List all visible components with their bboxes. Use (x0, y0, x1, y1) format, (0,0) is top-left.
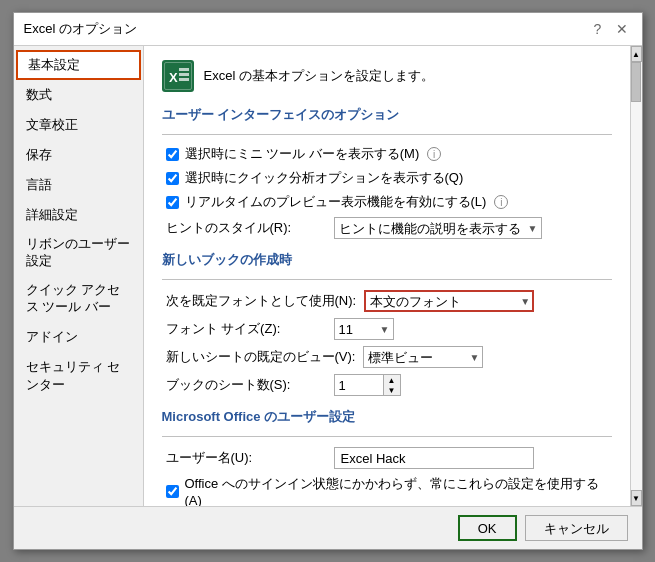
svg-rect-0 (164, 62, 192, 90)
view-select-wrapper: 標準ビュー ▼ (363, 346, 483, 368)
scroll-thumb[interactable] (631, 62, 641, 102)
new-book-divider (162, 279, 612, 280)
checkbox3-label: リアルタイムのプレビュー表示機能を有効にする(L) (185, 193, 487, 211)
view-row: 新しいシートの既定のビュー(V): 標準ビュー ▼ (162, 346, 612, 368)
checkbox1-label: 選択時にミニ ツール バーを表示する(M) (185, 145, 420, 163)
spin-up[interactable]: ▲ (384, 375, 400, 385)
ui-section-title: ユーザー インターフェイスのオプション (162, 106, 612, 124)
sidebar-item-hozon[interactable]: 保存 (14, 140, 143, 170)
ui-divider (162, 134, 612, 135)
checkbox-mini-toolbar[interactable] (166, 148, 179, 161)
sidebar-item-sushiki[interactable]: 数式 (14, 80, 143, 110)
spin-down[interactable]: ▼ (384, 385, 400, 395)
fontsize-label: フォント サイズ(Z): (166, 320, 326, 338)
hint-style-label: ヒントのスタイル(R): (166, 219, 326, 237)
dialog-body: 基本設定 数式 文章校正 保存 言語 詳細設定 リボンのユーザー設定 クイック … (14, 46, 642, 506)
font-row: 次を既定フォントとして使用(N): 本文のフォント ▼ (162, 290, 612, 312)
scroll-down-btn[interactable]: ▼ (631, 490, 642, 506)
scroll-up-btn[interactable]: ▲ (631, 46, 642, 62)
fontsize-select[interactable]: 11 (334, 318, 394, 340)
font-label: 次を既定フォントとして使用(N): (166, 292, 357, 310)
excel-options-dialog: Excel のオプション ? ✕ 基本設定 数式 文章校正 保存 言語 詳細設定… (13, 12, 643, 550)
fontsize-row: フォント サイズ(Z): 11 ▼ (162, 318, 612, 340)
title-bar: Excel のオプション ? ✕ (14, 13, 642, 46)
svg-rect-2 (179, 68, 189, 71)
sidebar-item-security[interactable]: セキュリティ センター (14, 352, 143, 400)
info-icon-2[interactable]: i (494, 195, 508, 209)
close-button[interactable]: ✕ (612, 19, 632, 39)
office-section-title: Microsoft Office のユーザー設定 (162, 408, 612, 426)
view-label: 新しいシートの既定のビュー(V): (166, 348, 356, 366)
font-select-wrapper: 本文のフォント ▼ (364, 290, 534, 312)
sidebar-item-shosai[interactable]: 詳細設定 (14, 200, 143, 230)
sheets-label: ブックのシート数(S): (166, 376, 326, 394)
footer: OK キャンセル (14, 506, 642, 549)
sidebar-item-kihon[interactable]: 基本設定 (16, 50, 141, 80)
svg-text:X: X (169, 70, 178, 85)
sidebar-item-gengo[interactable]: 言語 (14, 170, 143, 200)
sidebar: 基本設定 数式 文章校正 保存 言語 詳細設定 リボンのユーザー設定 クイック … (14, 46, 144, 506)
sheets-row: ブックのシート数(S): ▲ ▼ (162, 374, 612, 396)
hint-style-select[interactable]: ヒントに機能の説明を表示する (334, 217, 542, 239)
header-area: X Excel の基本オプションを設定します。 (162, 60, 612, 92)
cancel-button[interactable]: キャンセル (525, 515, 628, 541)
excel-logo-svg: X (164, 62, 192, 90)
help-button[interactable]: ? (588, 19, 608, 39)
scrollbar: ▲ ▼ (630, 46, 642, 506)
sidebar-item-bunsho[interactable]: 文章校正 (14, 110, 143, 140)
hint-style-row: ヒントのスタイル(R): ヒントに機能の説明を表示する ▼ (162, 217, 612, 239)
always-checkbox-row: Office へのサインイン状態にかかわらず、常にこれらの設定を使用する(A) (162, 475, 612, 506)
checkbox-always[interactable] (166, 485, 179, 498)
new-book-section-title: 新しいブックの作成時 (162, 251, 612, 269)
checkbox-row-2: 選択時にクイック分析オプションを表示する(Q) (162, 169, 612, 187)
office-divider (162, 436, 612, 437)
sidebar-item-quick[interactable]: クイック アクセス ツール バー (14, 276, 143, 322)
checkbox-quick-analysis[interactable] (166, 172, 179, 185)
svg-rect-4 (179, 78, 189, 81)
scroll-track (631, 62, 642, 490)
always-label: Office へのサインイン状態にかかわらず、常にこれらの設定を使用する(A) (185, 475, 612, 506)
main-content: X Excel の基本オプションを設定します。 ユーザー インターフェイスのオプ… (144, 46, 630, 506)
sidebar-item-addin[interactable]: アドイン (14, 322, 143, 352)
excel-icon: X (162, 60, 194, 92)
username-row: ユーザー名(U): (162, 447, 612, 469)
username-input[interactable] (334, 447, 534, 469)
checkbox-realtime-preview[interactable] (166, 196, 179, 209)
svg-rect-3 (179, 73, 189, 76)
sheets-spin: ▲ ▼ (334, 374, 401, 396)
info-icon-1[interactable]: i (427, 147, 441, 161)
checkbox-row-3: リアルタイムのプレビュー表示機能を有効にする(L) i (162, 193, 612, 211)
view-select[interactable]: 標準ビュー (363, 346, 483, 368)
fontsize-select-wrapper: 11 ▼ (334, 318, 394, 340)
ok-button[interactable]: OK (458, 515, 517, 541)
username-label: ユーザー名(U): (166, 449, 326, 467)
spin-buttons: ▲ ▼ (384, 374, 401, 396)
header-description: Excel の基本オプションを設定します。 (204, 67, 434, 85)
font-select[interactable]: 本文のフォント (364, 290, 534, 312)
checkbox-row-1: 選択時にミニ ツール バーを表示する(M) i (162, 145, 612, 163)
hint-style-select-wrapper: ヒントに機能の説明を表示する ▼ (334, 217, 542, 239)
checkbox2-label: 選択時にクイック分析オプションを表示する(Q) (185, 169, 464, 187)
sheets-input[interactable] (334, 374, 384, 396)
sidebar-item-ribbon[interactable]: リボンのユーザー設定 (14, 230, 143, 276)
title-bar-controls: ? ✕ (588, 19, 632, 39)
dialog-title: Excel のオプション (24, 20, 137, 38)
